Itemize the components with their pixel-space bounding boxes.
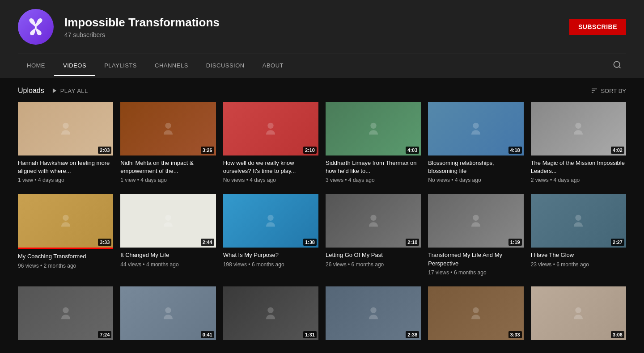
nav-videos[interactable]: VIDEOS <box>54 56 95 76</box>
video-thumbnail: 0:41 <box>120 286 216 340</box>
video-info: My Coaching Transformed96 views • 2 mont… <box>18 249 113 270</box>
butterfly-icon <box>26 17 46 37</box>
video-info: It Changed My Life44 views • 4 months ag… <box>120 248 216 269</box>
svg-point-0 <box>35 27 37 29</box>
duration-badge: 2:10 <box>406 239 419 246</box>
video-grid-row2: 3:33My Coaching Transformed96 views • 2 … <box>18 194 626 277</box>
video-title: Hannah Hawkshaw on feeling more aligned … <box>18 159 113 175</box>
video-meta: 2 views • 4 days ago <box>531 177 626 183</box>
video-card[interactable]: 3:06 <box>531 286 626 345</box>
video-card[interactable]: 7:24 <box>18 286 113 345</box>
duration-badge: 2:10 <box>303 147 317 154</box>
duration-badge: 3:33 <box>508 331 522 338</box>
video-info: Blossoming relationships, blossoming lif… <box>428 155 523 185</box>
nav-playlists[interactable]: PLAYLISTS <box>95 56 146 76</box>
video-card[interactable]: 4:03Siddharth Limaye from Thermax on how… <box>326 102 421 185</box>
video-card[interactable]: 3:33My Coaching Transformed96 views • 2 … <box>18 194 113 277</box>
video-thumbnail: 4:03 <box>326 102 421 155</box>
nav-channels[interactable]: CHANNELS <box>146 56 197 76</box>
video-thumbnail: 4:02 <box>531 102 626 155</box>
video-info: Siddharth Limaye from Thermax on how he'… <box>326 155 421 185</box>
video-card[interactable]: 1:38What Is My Purpose?198 views • 6 mon… <box>223 194 318 277</box>
channel-header: Impossible Transformations 47 subscriber… <box>0 0 644 78</box>
channel-meta: Impossible Transformations 47 subscriber… <box>64 16 559 38</box>
video-card[interactable]: 2:44It Changed My Life44 views • 4 month… <box>120 194 216 277</box>
video-card[interactable]: 2:03Hannah Hawkshaw on feeling more alig… <box>18 102 113 185</box>
video-meta: 3 views • 4 days ago <box>326 177 421 183</box>
video-thumbnail: 3:06 <box>531 286 626 340</box>
video-info: I Have The Glow23 views • 6 months ago <box>531 248 626 269</box>
duration-badge: 4:02 <box>611 147 624 154</box>
duration-badge: 1:19 <box>508 239 522 246</box>
sort-by-button[interactable]: SORT BY <box>591 87 626 94</box>
video-thumbnail: 2:10 <box>326 194 421 248</box>
video-info: Nidhi Mehta on the impact & empowerment … <box>120 155 216 185</box>
video-info <box>223 340 318 345</box>
video-card[interactable]: 1:31 <box>223 286 318 345</box>
video-meta: 1 view • 4 days ago <box>120 177 216 183</box>
video-info <box>428 340 523 345</box>
video-title: Siddharth Limaye from Thermax on how he'… <box>326 159 421 175</box>
video-info: The Magic of the Mission Impossible Lead… <box>531 155 626 185</box>
video-meta: No views • 4 days ago <box>428 177 523 183</box>
svg-point-1 <box>614 62 620 67</box>
nav-about[interactable]: ABOUT <box>254 56 292 76</box>
video-title: It Changed My Life <box>120 251 216 259</box>
video-info <box>120 340 216 345</box>
uploads-left: Uploads PLAY ALL <box>18 87 88 95</box>
video-card[interactable]: 2:27I Have The Glow23 views • 6 months a… <box>531 194 626 277</box>
play-all-button[interactable]: PLAY ALL <box>51 88 88 94</box>
search-button[interactable] <box>608 54 626 78</box>
duration-badge: 2:44 <box>201 239 214 246</box>
video-thumbnail: 4:18 <box>428 102 523 155</box>
video-card[interactable]: 0:41 <box>120 286 216 345</box>
channel-title: Impossible Transformations <box>64 16 559 29</box>
video-thumbnail: 2:44 <box>120 194 216 248</box>
video-info <box>326 340 421 345</box>
video-info: Letting Go Of My Past26 views • 6 months… <box>326 248 421 269</box>
nav-discussion[interactable]: DISCUSSION <box>197 56 254 76</box>
content: Uploads PLAY ALL SORT BY 2:03Hannah Hawk… <box>0 78 644 353</box>
video-title: What Is My Purpose? <box>223 251 318 259</box>
video-title: Blossoming relationships, blossoming lif… <box>428 159 523 175</box>
video-thumbnail: 3:26 <box>120 102 216 155</box>
video-card[interactable]: 2:38 <box>326 286 421 345</box>
video-thumbnail: 2:03 <box>18 102 113 155</box>
video-card[interactable]: 4:02The Magic of the Mission Impossible … <box>531 102 626 185</box>
duration-badge: 3:33 <box>98 239 111 246</box>
duration-badge: 3:06 <box>611 331 624 338</box>
nav-home[interactable]: HOME <box>18 56 54 76</box>
video-info: Hannah Hawkshaw on feeling more aligned … <box>18 155 113 185</box>
video-card[interactable]: 4:18Blossoming relationships, blossoming… <box>428 102 523 185</box>
video-title: I Have The Glow <box>531 251 626 259</box>
duration-badge: 2:38 <box>406 331 419 338</box>
video-card[interactable]: 3:26Nidhi Mehta on the impact & empowerm… <box>120 102 216 185</box>
video-grid-row3: 7:24 0:41 1:31 2:38 3:33 3:06 <box>18 286 626 345</box>
video-title: How well do we really know ourselves? It… <box>223 159 318 175</box>
channel-subscribers: 47 subscribers <box>64 31 559 38</box>
duration-badge: 4:18 <box>508 147 522 154</box>
video-info: Transformed My Life And My Perspective17… <box>428 248 523 277</box>
play-all-icon <box>51 88 58 94</box>
video-card[interactable]: 2:10How well do we really know ourselves… <box>223 102 318 185</box>
video-meta: 198 views • 6 months ago <box>223 261 318 268</box>
svg-line-2 <box>619 67 621 68</box>
video-thumbnail: 7:24 <box>18 286 113 340</box>
video-meta: 44 views • 4 months ago <box>120 261 216 268</box>
video-title: My Coaching Transformed <box>18 252 113 261</box>
channel-avatar <box>18 9 54 45</box>
video-card[interactable]: 1:19Transformed My Life And My Perspecti… <box>428 194 523 277</box>
video-meta: 96 views • 2 months ago <box>18 263 113 269</box>
video-thumbnail: 3:33 <box>428 286 523 340</box>
video-card[interactable]: 3:33 <box>428 286 523 345</box>
duration-badge: 3:26 <box>201 147 214 154</box>
uploads-title: Uploads <box>18 87 44 95</box>
video-thumbnail: 2:27 <box>531 194 626 248</box>
subscribe-button[interactable]: SUBSCRIBE <box>569 19 626 35</box>
duration-badge: 1:38 <box>303 239 317 246</box>
uploads-header: Uploads PLAY ALL SORT BY <box>18 87 626 95</box>
video-card[interactable]: 2:10Letting Go Of My Past26 views • 6 mo… <box>326 194 421 277</box>
video-thumbnail: 1:31 <box>223 286 318 340</box>
duration-badge: 1:31 <box>303 331 317 338</box>
video-info: What Is My Purpose?198 views • 6 months … <box>223 248 318 269</box>
